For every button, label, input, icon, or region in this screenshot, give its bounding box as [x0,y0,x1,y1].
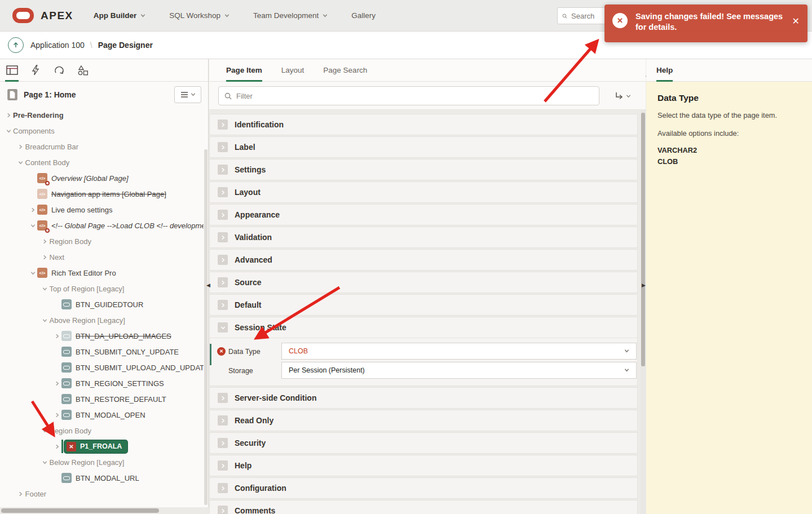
tree-horizontal-scrollbar[interactable] [0,507,209,514]
section-source[interactable]: Source [209,272,638,293]
tree-item[interactable]: Footer [0,486,204,502]
tab-layout[interactable]: Layout [281,59,304,82]
tab-dynamic-actions[interactable] [24,59,47,82]
tree-item[interactable]: </>Rich Text Editor Pro [0,265,204,281]
menu-gallery[interactable]: Gallery [351,11,376,20]
collapse-icon[interactable] [41,284,50,293]
section-advanced[interactable]: Advanced [209,249,638,271]
menu-team-development[interactable]: Team Development [253,11,328,20]
tree-item[interactable]: BTN_GUIDEDTOUR [0,296,204,312]
collapse-right-splitter[interactable]: ▶ [642,283,646,288]
section-label[interactable]: Label [209,136,638,158]
tab-page-item[interactable]: Page Item [226,59,262,82]
expand-icon[interactable] [52,442,61,451]
tree-item[interactable]: BTN_MODAL_URL [0,470,204,486]
toast-close-button[interactable]: ✕ [792,16,800,26]
tree-item[interactable]: BTN_SUBMIT_UPLOAD_AND_UPDATE [0,360,204,375]
expand-icon[interactable] [16,142,25,151]
collapse-left-splitter[interactable]: ◀ [206,283,210,288]
tree-item[interactable]: Below Region [Legacy] [0,454,204,470]
section-settings[interactable]: Settings [209,159,638,180]
section-configuration[interactable]: Configuration [209,477,638,499]
help-panel: Help Data Type Select the data type of t… [646,59,812,514]
tree-item[interactable]: Region Body [0,233,204,249]
tab-rendering[interactable] [0,59,24,82]
collapse-icon[interactable] [41,316,50,325]
tree-item[interactable]: </>Live demo settings [0,202,204,218]
up-arrow-icon[interactable] [8,37,24,53]
tree-item[interactable]: BTN_REGION_SETTINGS [0,375,204,391]
filter-input[interactable]: Filter [218,86,599,105]
tab-page-search[interactable]: Page Search [323,59,367,82]
property-select-storage[interactable]: Per Session (Persistent) [281,362,637,379]
breadcrumb-separator: \ [90,41,92,50]
tree-item[interactable]: ✕P1_FROALA [0,438,204,454]
expand-icon [218,483,228,493]
expand-icon[interactable] [28,205,37,214]
tab-help[interactable]: Help [656,59,673,82]
breadcrumb-application[interactable]: Application 100 [30,41,85,50]
section-help[interactable]: Help [209,455,638,476]
expand-icon[interactable] [52,410,61,419]
button-item-icon [61,299,72,309]
collapse-icon[interactable] [41,458,50,467]
section-read-only[interactable]: Read Only [209,410,638,431]
section-label: Appearance [235,210,280,219]
menu-sql-workshop[interactable]: SQL Workshop [169,11,230,20]
tree-item[interactable]: Pre-Rendering [0,107,204,123]
collapse-icon[interactable] [28,221,37,230]
tree-item[interactable]: </>Navigation app items [Global Page] [0,186,204,202]
section-layout[interactable]: Layout [209,181,638,203]
expand-icon [218,506,228,514]
tree-item-label: Content Body [25,158,70,167]
tree-item[interactable]: Post-Rendering [0,502,204,504]
section-server-side-condition[interactable]: Server-side Condition [209,387,638,409]
refresh-cycle-icon [54,65,65,76]
tree-item[interactable]: </><!-- Global Page -->Load CLOB <!-- de… [0,218,204,233]
tree-item[interactable]: BTN_RESTORE_DEFAULT [0,391,204,407]
go-to-group-button[interactable] [610,86,636,105]
tree-menu-button[interactable] [174,86,201,103]
property-select-data-type[interactable]: CLOB [281,343,637,360]
tree-item[interactable]: Breadcrumb Bar [0,139,204,154]
tree-item[interactable]: Next [0,249,204,265]
expand-icon[interactable] [4,110,13,119]
tree-item[interactable]: BTN_MODAL_OPEN [0,407,204,423]
help-panel-tabs: Help [646,59,812,82]
section-appearance[interactable]: Appearance [209,204,638,225]
section-identification[interactable]: Identification [209,114,638,135]
section-session-state[interactable]: Session State [209,317,638,338]
tab-page-shared-components[interactable] [71,59,95,82]
properties-vertical-scrollbar[interactable] [641,110,646,514]
tree-item[interactable]: BTN_DA_UPLOAD_IMAGES [0,328,204,344]
collapse-icon[interactable] [16,158,25,167]
tree-item[interactable]: Top of Region [Legacy] [0,281,204,296]
menu-app-builder[interactable]: App Builder [94,11,146,20]
collapse-icon[interactable] [4,126,13,135]
expand-icon[interactable] [16,489,25,498]
tree-item-label: Top of Region [Legacy] [50,285,125,293]
section-comments[interactable]: Comments [209,500,638,514]
collapse-icon[interactable] [28,268,37,277]
tree-item[interactable]: Content Body [0,154,204,170]
expand-icon[interactable] [52,379,61,388]
tab-processing[interactable] [47,59,71,82]
search-placeholder: Search [571,12,594,20]
section-default[interactable]: Default [209,294,638,316]
section-security[interactable]: Security [209,432,638,454]
section-label: Label [235,143,255,152]
collapse-icon[interactable] [41,426,50,435]
button-item-icon [61,362,72,373]
section-validation[interactable]: Validation [209,227,638,248]
expand-icon[interactable] [52,331,61,340]
expand-icon[interactable] [41,252,50,262]
expand-icon[interactable] [41,237,50,246]
tree-item[interactable]: BTN_SUBMIT_ONLY_UPDATE [0,344,204,360]
menu-label: SQL Workshop [169,11,220,20]
tree-item[interactable]: Above Region [Legacy] [0,312,204,328]
tree-item[interactable]: Components [0,123,204,139]
tree-item[interactable]: Region Body [0,423,204,438]
tree-item[interactable]: </>Overview [Global Page] [0,170,204,186]
apex-logo-icon[interactable] [12,8,34,23]
tree-vertical-scrollbar[interactable] [204,149,208,505]
